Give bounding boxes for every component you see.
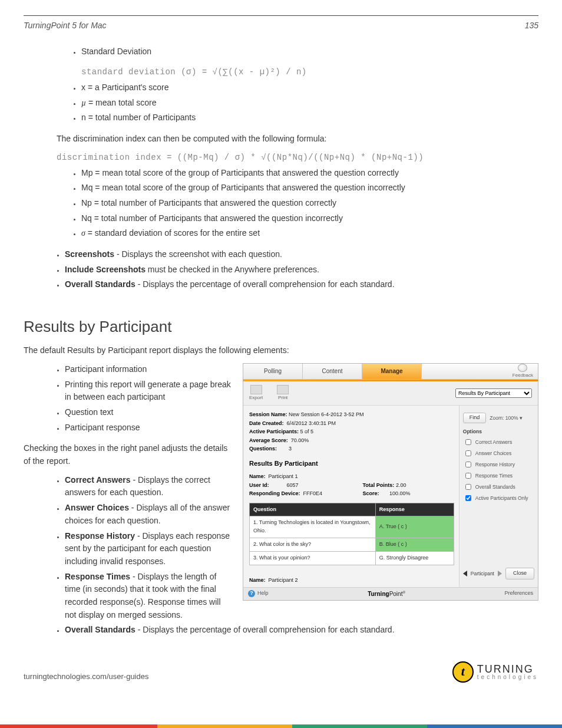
text: - Displays the percentage of overall com… — [135, 279, 395, 289]
report-heading: Results By Participant — [249, 459, 454, 469]
prev-icon[interactable] — [463, 571, 467, 577]
tab-label: Polling — [264, 367, 282, 376]
text: Mp = mean total score of the group of Pa… — [81, 168, 399, 177]
feedback-button[interactable]: Feedback — [508, 364, 538, 379]
tab-content[interactable]: Content — [303, 364, 362, 379]
disc-intro: The discrimination index can then be com… — [57, 133, 538, 146]
opt-correct-answers[interactable]: Correct Answers — [463, 437, 534, 447]
footer-url: turningtechnologies.com/user-guides — [24, 671, 148, 683]
list-item: Screenshots - Displays the screenshot wi… — [65, 248, 538, 261]
app-tabs: Polling Content Manage Feedback — [243, 364, 538, 380]
label: Standard Deviation — [81, 47, 151, 56]
feature-bullets: Screenshots - Displays the screenshot wi… — [24, 248, 538, 291]
term: Response History — [65, 531, 135, 541]
label: Response History — [475, 461, 515, 469]
help-icon: ? — [248, 590, 255, 597]
checkbox[interactable] — [465, 439, 471, 445]
checkbox[interactable] — [465, 462, 471, 467]
label: Response Times — [475, 472, 513, 480]
term: Overall Standards — [65, 625, 135, 634]
help-button[interactable]: ?Help — [248, 589, 269, 598]
text: Nq = total number of Participants that a… — [81, 213, 343, 223]
opt-response-history[interactable]: Response History — [463, 460, 534, 469]
label: Feedback — [513, 372, 533, 379]
doc-title: TurningPoint 5 for Mac — [24, 19, 107, 32]
disc-defs: Mp = mean total score of the group of Pa… — [24, 167, 538, 240]
screenshot: Polling Content Manage Feedback Export P… — [243, 363, 538, 601]
label: Name: — [249, 577, 266, 583]
label: Questions: — [249, 446, 277, 452]
opt-active-participants-only[interactable]: Active Participants Only — [463, 493, 534, 503]
checkbox[interactable] — [465, 473, 471, 479]
export-icon — [250, 385, 262, 394]
label: Print — [278, 394, 287, 401]
text: - Displays the percentage of overall com… — [135, 625, 395, 634]
cell-response: G. Strongly Disagree — [375, 552, 454, 565]
term: Correct Answers — [65, 475, 131, 485]
value: FFF0E4 — [303, 490, 323, 496]
std-dev-heading-list: Standard Deviation — [24, 45, 538, 58]
label: Overall Standards — [475, 483, 515, 491]
std-dev-formula: standard deviation (σ) = √(∑((x - µ)²) /… — [81, 66, 538, 79]
options-heading: Options — [463, 428, 534, 436]
table-header: Question Response — [250, 503, 454, 516]
label: Active Participants: — [249, 429, 299, 434]
list-item: Np = total number of Participants that a… — [81, 197, 538, 210]
zoom-control[interactable]: Zoom: 100% ▾ — [490, 414, 523, 422]
value: 70.00% — [291, 437, 309, 443]
next-icon[interactable] — [498, 571, 502, 577]
feedback-icon — [518, 364, 527, 372]
label: Answer Choices — [475, 450, 511, 457]
text: must be checked in the Anywhere preferen… — [146, 265, 319, 274]
std-dev-defs: x = a Participant's score µ = mean total… — [24, 81, 538, 124]
checkbox[interactable] — [465, 495, 471, 501]
value: 3 — [289, 446, 292, 452]
find-button[interactable]: Find — [463, 413, 487, 423]
tab-manage[interactable]: Manage — [362, 364, 422, 379]
table-row: 1. Turning Technologies is located in Yo… — [250, 516, 454, 538]
term: Answer Choices — [65, 503, 129, 512]
opt-overall-standards[interactable]: Overall Standards — [463, 482, 534, 492]
export-button[interactable]: Export — [249, 385, 263, 401]
tab-polling[interactable]: Polling — [243, 364, 303, 379]
list-item: Overall Standards - Displays the percent… — [65, 624, 538, 637]
text: - Displays the screenshot with each ques… — [114, 249, 282, 259]
term: Response Times — [65, 572, 130, 581]
text: x = a Participant's score — [81, 83, 169, 92]
pager-label: Participant — [471, 570, 494, 578]
table-row: 3. What is your opinion?G. Strongly Disa… — [250, 552, 454, 565]
text: n = total number of Participants — [81, 113, 196, 122]
list-item: Standard Deviation — [81, 45, 538, 58]
cell-question: 3. What is your opinion? — [250, 552, 376, 565]
report-main: Session Name: New Session 6-4-2012 3-52 … — [243, 406, 459, 587]
checkbox[interactable] — [465, 450, 471, 456]
checkbox[interactable] — [465, 484, 471, 490]
cell-question: 2. What color is the sky? — [250, 538, 376, 552]
cell-response: B. Blue ( c ) — [375, 538, 454, 552]
value: Participant 1 — [269, 473, 298, 479]
section-title: Results by Participant — [24, 315, 538, 338]
list-item: x = a Participant's score — [81, 81, 538, 94]
results-table: Question Response 1. Turning Technologie… — [249, 503, 454, 566]
logo-text-main: TURNING — [477, 664, 538, 674]
list-item: Overall Standards - Displays the percent… — [65, 278, 538, 291]
preferences-button[interactable]: Preferences — [504, 589, 533, 598]
label: Responding Device: — [249, 490, 300, 496]
col-question: Question — [250, 503, 376, 516]
label: Name: — [249, 473, 266, 479]
section-intro: The default Results by Participant repor… — [24, 344, 538, 357]
print-button[interactable]: Print — [277, 385, 289, 401]
report-type-select[interactable]: Results By Participant — [455, 388, 532, 398]
label: Score: — [363, 490, 379, 496]
opt-response-times[interactable]: Response Times — [463, 471, 534, 480]
label: Active Participants Only — [475, 495, 528, 502]
participant-meta: Name: Participant 1 User Id: 6057 Total … — [249, 472, 454, 498]
value: New Session 6-4-2012 3-52 PM — [289, 411, 364, 417]
value: 2.00 — [396, 482, 406, 488]
close-button[interactable]: Close — [505, 568, 534, 579]
opt-answer-choices[interactable]: Answer Choices — [463, 449, 534, 458]
participant-pager: Participant Close — [463, 568, 534, 579]
text: Printing this report will generate a pag… — [65, 380, 231, 402]
list-item: Mp = mean total score of the group of Pa… — [81, 167, 538, 180]
value: 6057 — [287, 482, 299, 488]
